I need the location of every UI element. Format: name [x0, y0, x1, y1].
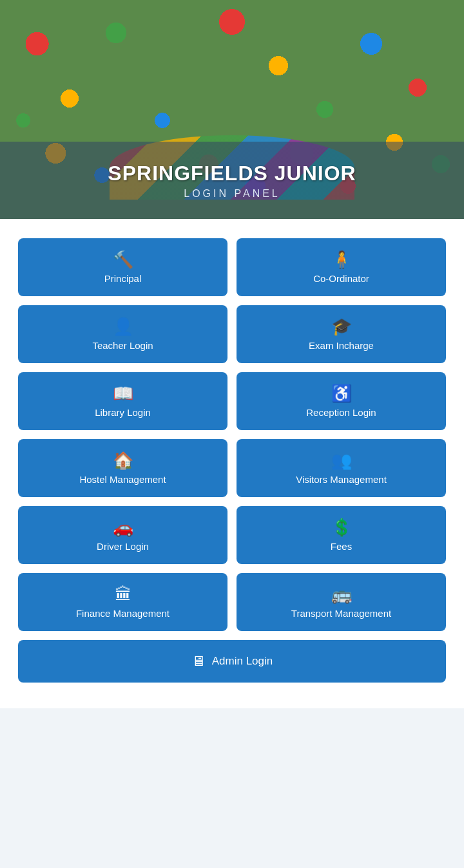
driver-login-button[interactable]: 🚗 Driver Login — [18, 506, 227, 564]
visitors-label: Visitors Management — [296, 474, 387, 485]
hostel-icon: 🏠 — [113, 452, 133, 469]
principal-icon: 🔨 — [113, 251, 133, 268]
hero-subtitle: LOGIN PANEL — [184, 188, 280, 200]
exam-incharge-button[interactable]: 🎓 Exam Incharge — [237, 305, 446, 363]
coordinator-icon: 🧍 — [331, 251, 352, 268]
teacher-icon: 👤 — [113, 318, 133, 335]
library-login-button[interactable]: 📖 Library Login — [18, 372, 227, 430]
transport-label: Transport Management — [291, 608, 391, 619]
hero-title: SPRINGFIELDS JUNIOR — [108, 162, 356, 185]
visitors-management-button[interactable]: 👥 Visitors Management — [237, 439, 446, 497]
admin-row: 🖥 Admin Login — [18, 640, 446, 683]
finance-label: Finance Management — [76, 608, 169, 619]
hostel-management-button[interactable]: 🏠 Hostel Management — [18, 439, 227, 497]
fees-button[interactable]: 💲 Fees — [237, 506, 446, 564]
coordinator-button[interactable]: 🧍 Co-Ordinator — [237, 238, 446, 296]
transport-management-button[interactable]: 🚌 Transport Management — [237, 573, 446, 631]
main-content: 🔨 Principal 🧍 Co-Ordinator 👤 Teacher Log… — [0, 219, 464, 708]
hostel-label: Hostel Management — [79, 474, 166, 485]
exam-icon: 🎓 — [331, 318, 352, 335]
library-label: Library Login — [95, 407, 151, 418]
teacher-label: Teacher Login — [92, 340, 153, 351]
library-icon: 📖 — [113, 385, 133, 402]
driver-icon: 🚗 — [113, 519, 133, 536]
exam-label: Exam Incharge — [309, 340, 374, 351]
teacher-login-button[interactable]: 👤 Teacher Login — [18, 305, 227, 363]
hero-overlay: SPRINGFIELDS JUNIOR LOGIN PANEL — [0, 142, 464, 219]
admin-icon: 🖥 — [191, 653, 206, 670]
reception-icon: ♿ — [331, 385, 352, 402]
admin-login-button[interactable]: 🖥 Admin Login — [18, 640, 446, 683]
finance-management-button[interactable]: 🏛 Finance Management — [18, 573, 227, 631]
coordinator-label: Co-Ordinator — [313, 273, 369, 284]
transport-icon: 🚌 — [331, 586, 352, 603]
reception-label: Reception Login — [306, 407, 376, 418]
bottom-space — [0, 708, 464, 786]
finance-icon: 🏛 — [115, 586, 131, 603]
admin-label: Admin Login — [212, 655, 273, 668]
fees-icon: 💲 — [331, 519, 352, 536]
principal-button[interactable]: 🔨 Principal — [18, 238, 227, 296]
button-grid: 🔨 Principal 🧍 Co-Ordinator 👤 Teacher Log… — [18, 238, 446, 631]
driver-label: Driver Login — [97, 541, 149, 552]
principal-label: Principal — [104, 273, 142, 284]
fees-label: Fees — [331, 541, 352, 552]
visitors-icon: 👥 — [331, 452, 352, 469]
app-container: SPRINGFIELDS JUNIOR LOGIN PANEL 🔨 Princi… — [0, 0, 464, 868]
hero-banner: SPRINGFIELDS JUNIOR LOGIN PANEL — [0, 0, 464, 219]
reception-login-button[interactable]: ♿ Reception Login — [237, 372, 446, 430]
